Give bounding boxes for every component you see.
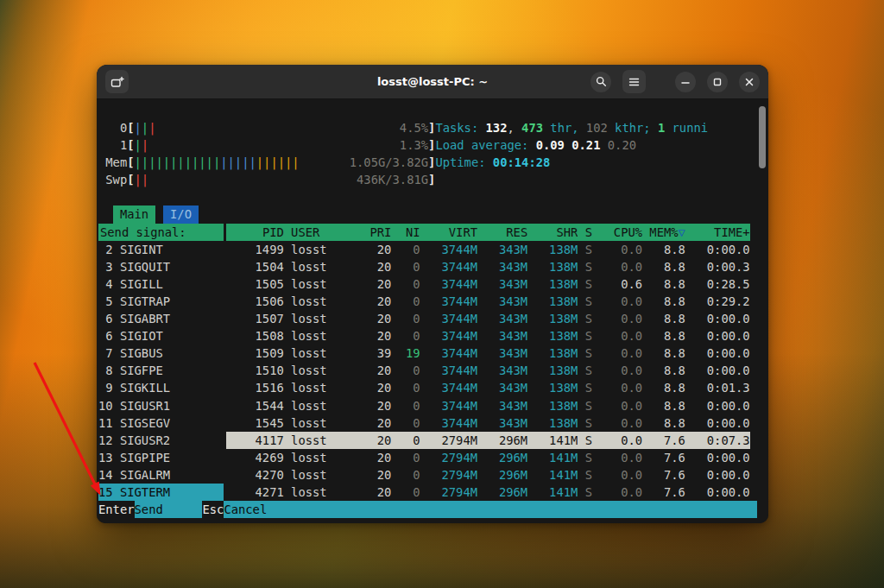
signal-menu-item-sigpipe[interactable]: 13 SIGPIPE — [98, 449, 224, 466]
process-cell-cpu: 0.0 — [592, 327, 642, 345]
process-row-4270[interactable]: 4270losst2002794M296M141MS0.07.60:00.0 — [226, 466, 749, 484]
signal-menu-item-sigabrt[interactable]: 6 SIGABRT — [98, 310, 224, 327]
terminal-body[interactable]: 0[|||4.5%] Tasks: 132, 473 thr, 102 kthr… — [97, 99, 768, 523]
process-cell-ni: 0 — [391, 241, 420, 258]
maximize-button[interactable] — [707, 72, 728, 92]
signal-menu-item-sigiot[interactable]: 6 SIGIOT — [98, 327, 224, 345]
process-cell-res: 343M — [477, 327, 527, 345]
process-cell-pri: 20 — [356, 275, 392, 293]
signal-menu-item-sigalrm[interactable]: 14 SIGALRM — [98, 466, 224, 484]
hamburger-menu-icon — [628, 77, 640, 87]
column-header-s[interactable]: S — [578, 224, 592, 241]
signal-menu-item-sigill[interactable]: 4 SIGILL — [98, 275, 224, 293]
process-cell-mem: 8.8 — [642, 293, 685, 310]
process-cell-mem: 8.8 — [642, 414, 685, 432]
process-row-4269[interactable]: 4269losst2002794M296M141MS0.07.60:00.0 — [226, 449, 749, 466]
signal-menu-item-sigquit[interactable]: 3 SIGQUIT — [98, 258, 224, 275]
column-header-cpu[interactable]: CPU% — [592, 224, 642, 241]
column-header-time[interactable]: TIME+ — [685, 224, 750, 241]
process-cell-virt: 2794M — [420, 432, 477, 449]
column-header-ni[interactable]: NI — [391, 224, 420, 241]
signal-menu-item-sigusr1[interactable]: 10 SIGUSR1 — [98, 397, 224, 414]
signal-menu-item-sigbus[interactable]: 7 SIGBUS — [98, 345, 224, 362]
uptime-value: 00:14:28 — [493, 154, 550, 171]
signal-name: SIGBUS — [113, 345, 163, 362]
process-row-1506[interactable]: 1506losst2003744M343M138MS0.08.80:29.2 — [226, 293, 749, 310]
process-row-4271[interactable]: 4271losst2002794M296M141MS0.07.60:00.0 — [226, 484, 749, 501]
process-cell-res: 296M — [477, 449, 527, 466]
meter-bracket: ] — [428, 171, 435, 188]
signal-name: SIGTRAP — [113, 293, 170, 310]
process-cell-mem: 7.6 — [642, 432, 685, 449]
menu-button[interactable] — [622, 70, 646, 93]
new-tab-icon — [110, 76, 124, 88]
signal-number: 8 — [98, 362, 113, 379]
process-row-1545[interactable]: 1545losst2003744M343M138MS0.08.80:00.0 — [226, 414, 749, 432]
meter-bracket: ] — [428, 154, 435, 171]
signal-menu-item-sigterm[interactable]: 15 SIGTERM — [98, 484, 224, 501]
column-header-pri[interactable]: PRI — [356, 224, 392, 241]
column-header-user[interactable]: USER — [284, 224, 356, 241]
column-header-mem[interactable]: MEM%▽ — [642, 224, 685, 241]
process-cell-user: losst — [284, 345, 356, 362]
minimize-button[interactable] — [675, 72, 696, 92]
desktop-background: losst@losst-PC: ~ — [0, 0, 884, 588]
process-cell-mem: 8.8 — [642, 345, 685, 362]
scrollbar-thumb[interactable] — [759, 106, 766, 168]
signal-menu-item-sigfpe[interactable]: 8 SIGFPE — [98, 362, 224, 379]
signal-name: SIGILL — [113, 275, 163, 293]
signal-number: 2 — [98, 241, 113, 258]
column-header-virt[interactable]: VIRT — [420, 224, 477, 241]
process-cell-s: S — [578, 241, 592, 258]
close-button[interactable] — [739, 72, 760, 92]
new-tab-button[interactable] — [105, 70, 129, 93]
process-cell-cpu: 0.0 — [592, 379, 642, 396]
signal-menu-item-sigsegv[interactable]: 11 SIGSEGV — [98, 414, 224, 432]
scrollbar[interactable] — [758, 101, 767, 522]
function-action-cancel[interactable]: Cancel — [224, 501, 757, 518]
tab-io[interactable]: I/O — [163, 205, 199, 223]
process-row-1499[interactable]: 1499losst2003744M343M138MS0.08.80:00.0 — [226, 241, 749, 258]
signal-name: SIGUSR1 — [113, 397, 170, 414]
signal-menu-item-sigtrap[interactable]: 5 SIGTRAP — [98, 293, 224, 310]
process-cell-user: losst — [284, 275, 356, 293]
maximize-icon — [712, 77, 723, 87]
signal-menu-item-sigint[interactable]: 2 SIGINT — [98, 241, 224, 258]
process-cell-shr: 141M — [527, 449, 578, 466]
function-action-send[interactable]: Send — [135, 501, 203, 518]
process-cell-pri: 20 — [356, 327, 392, 345]
search-button[interactable] — [590, 72, 611, 92]
cpu1-meter-bars: || — [135, 136, 149, 154]
load-average: Load average: 0.09 0.21 0.20 — [435, 136, 636, 154]
process-cell-user: losst — [284, 449, 356, 466]
column-header-shr[interactable]: SHR — [527, 224, 578, 241]
process-cell-time: 0:00.0 — [685, 310, 750, 327]
process-row-1508[interactable]: 1508losst2003744M343M138MS0.08.80:00.0 — [226, 327, 749, 345]
column-header-pid[interactable]: PID — [226, 224, 283, 241]
process-cell-cpu: 0.0 — [592, 466, 642, 484]
process-row-1509[interactable]: 1509losst39193744M343M138MS0.08.80:00.0 — [226, 345, 749, 362]
signal-number: 14 — [98, 466, 113, 484]
process-row-1504[interactable]: 1504losst2003744M343M138MS0.08.80:00.3 — [226, 258, 749, 275]
process-row-1516[interactable]: 1516losst2003744M343M138MS0.08.80:01.3 — [226, 379, 749, 396]
process-cell-res: 296M — [477, 432, 527, 449]
process-cell-cpu: 0.0 — [592, 414, 642, 432]
tasks-label: Tasks: — [435, 119, 485, 136]
process-cell-user: losst — [284, 484, 356, 501]
titlebar[interactable]: losst@losst-PC: ~ — [97, 65, 768, 99]
tab-main[interactable]: Main — [113, 205, 156, 223]
process-row-1544[interactable]: 1544losst2003744M343M138MS0.08.80:00.0 — [226, 397, 749, 414]
process-cell-shr: 138M — [527, 379, 578, 396]
process-cell-pid: 1504 — [226, 258, 283, 275]
signal-menu-item-sigkill[interactable]: 9 SIGKILL — [98, 379, 224, 396]
column-header-res[interactable]: RES — [477, 224, 527, 241]
process-row-1507[interactable]: 1507losst2003744M343M138MS0.08.80:00.0 — [226, 310, 749, 327]
signal-menu-item-sigusr2[interactable]: 12 SIGUSR2 — [98, 432, 224, 449]
process-cell-pid: 1544 — [226, 397, 283, 414]
process-row-4117[interactable]: 4117losst2002794M296M141MS0.07.60:07.3 — [226, 432, 749, 449]
process-cell-pid: 1499 — [226, 241, 283, 258]
meter-bracket: ] — [428, 136, 435, 154]
process-row-1505[interactable]: 1505losst2003744M343M138MS0.68.80:28.5 — [226, 275, 749, 293]
process-row-1510[interactable]: 1510losst2003744M343M138MS0.08.80:00.0 — [226, 362, 749, 379]
meter-bracket: [ — [127, 171, 134, 188]
